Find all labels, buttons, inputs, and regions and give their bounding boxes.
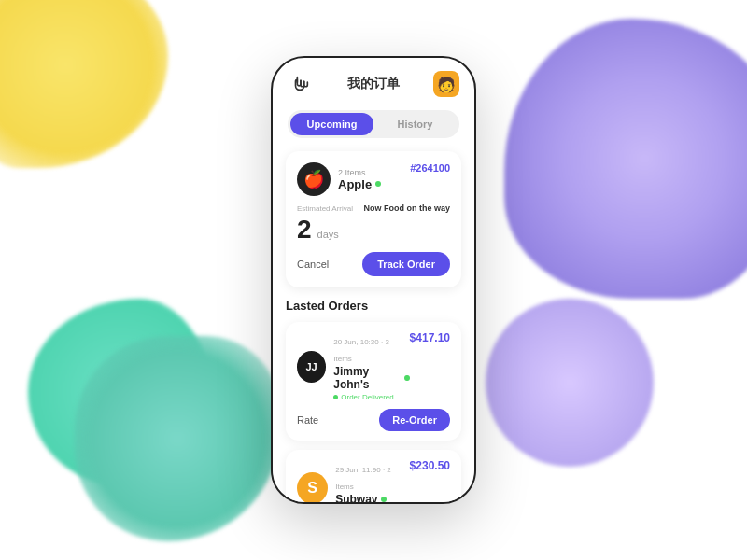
lasted-orders-title: Lasted Orders	[286, 299, 461, 313]
order-status: Order Delivered	[333, 393, 409, 401]
restaurant-meta: 29 Jun, 11:90 · 2 Items Subway Order Del…	[335, 459, 409, 502]
tab-history[interactable]: History	[374, 113, 457, 135]
phone-wrapper: 我的订单 🧑 Upcoming History 🍎 2 Items Apple	[271, 56, 476, 504]
days-number: 2	[297, 217, 312, 243]
tabs-container: Upcoming History	[288, 110, 459, 138]
last-order-left: JJ 20 Jun, 10:30 · 3 Items Jimmy John's	[297, 331, 410, 401]
food-status: Now Food on the way	[363, 203, 450, 213]
phone-inner: 我的订单 🧑 Upcoming History 🍎 2 Items Apple	[273, 58, 474, 502]
page-title: 我的订单	[347, 76, 400, 92]
restaurant-avatar-subway: S	[297, 472, 328, 503]
order-top: 🍎 2 Items Apple #264100	[297, 162, 450, 196]
last-order-left: S 29 Jun, 11:90 · 2 Items Subway	[297, 459, 410, 502]
estimated-label: Estimated Arrival	[297, 204, 353, 213]
order-price: $417.10	[410, 331, 450, 344]
phone: 我的订单 🧑 Upcoming History 🍎 2 Items Apple	[271, 56, 476, 504]
restaurant-name: Subway	[335, 493, 409, 502]
blob-teal	[75, 336, 280, 541]
last-order-top: JJ 20 Jun, 10:30 · 3 Items Jimmy John's	[297, 331, 450, 401]
order-date: 20 Jun, 10:30 · 3 Items	[333, 338, 389, 363]
order-number: #264100	[410, 162, 450, 174]
restaurant-name: Jimmy John's	[333, 365, 409, 391]
blob-purple	[504, 19, 747, 299]
estimated-row: Estimated Arrival Now Food on the way	[297, 203, 450, 213]
order-left: 🍎 2 Items Apple	[297, 162, 381, 196]
user-avatar[interactable]: 🧑	[433, 71, 459, 97]
rate-button[interactable]: Rate	[297, 414, 318, 426]
phone-header: 我的订单 🧑	[273, 58, 474, 105]
current-order-card: 🍎 2 Items Apple #264100 Estimated Arriva…	[286, 151, 461, 287]
last-order-actions: Rate Re-Order	[297, 409, 450, 431]
order-food-name: Apple	[338, 177, 381, 191]
cancel-button[interactable]: Cancel	[297, 259, 329, 270]
order-price: $230.50	[410, 459, 450, 472]
last-order-top: S 29 Jun, 11:90 · 2 Items Subway	[297, 459, 450, 502]
order-meta: 2 Items Apple	[338, 168, 381, 191]
blob-purple2	[486, 299, 654, 467]
order-actions: Cancel Track Order	[297, 252, 450, 276]
food-avatar: 🍎	[297, 162, 331, 196]
order-items-count: 2 Items	[338, 168, 381, 177]
order-date: 29 Jun, 11:90 · 2 Items	[335, 466, 391, 491]
last-order-card-subway: S 29 Jun, 11:90 · 2 Items Subway	[286, 450, 461, 502]
tab-upcoming[interactable]: Upcoming	[290, 113, 374, 135]
restaurant-meta: 20 Jun, 10:30 · 3 Items Jimmy John's Ord…	[333, 331, 409, 401]
blob-yellow	[0, 0, 168, 168]
days-row: 2 days	[297, 217, 450, 243]
days-label: days	[317, 229, 339, 240]
restaurant-avatar-jimmy: JJ	[297, 351, 326, 383]
last-order-card-jimmy: JJ 20 Jun, 10:30 · 3 Items Jimmy John's	[286, 322, 461, 441]
status-dot	[404, 375, 410, 381]
menu-icon[interactable]	[288, 71, 314, 97]
status-dot	[375, 181, 381, 187]
track-order-button[interactable]: Track Order	[362, 252, 450, 276]
reorder-button[interactable]: Re-Order	[379, 409, 450, 431]
status-dot	[381, 497, 387, 502]
